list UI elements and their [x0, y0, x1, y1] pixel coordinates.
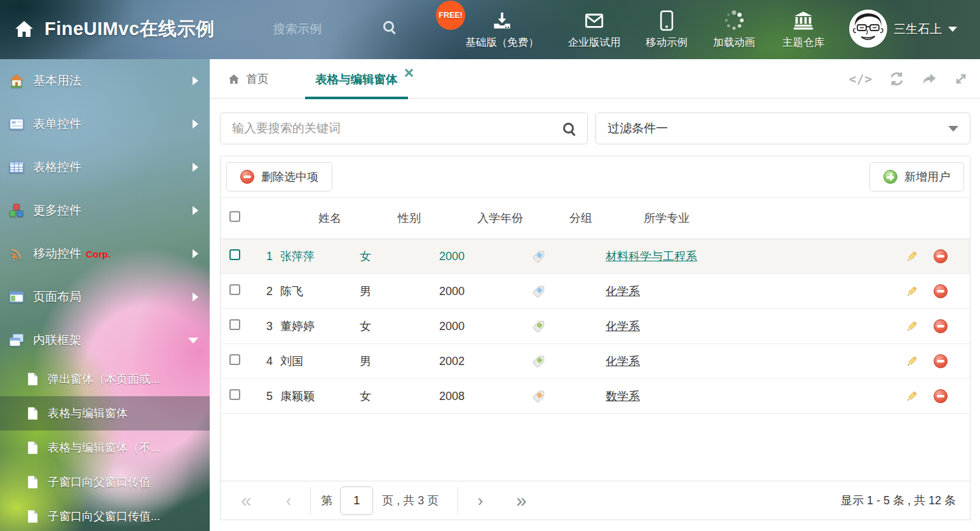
sidebar-subitem-grid-edit-window[interactable]: 表格与编辑窗体: [0, 396, 210, 431]
grid-toolbar: 删除选中项 新增用户: [221, 156, 970, 197]
row-checkbox[interactable]: [229, 354, 240, 365]
tab-tools: </>: [849, 59, 969, 99]
delete-icon[interactable]: [934, 354, 948, 368]
delete-icon[interactable]: [934, 284, 948, 298]
cell-year: 2000: [439, 320, 531, 333]
edit-icon[interactable]: [905, 320, 918, 333]
sidebar-item-inline-frames[interactable]: 内联框架: [0, 319, 210, 362]
sidebar-item-label: 内联框架: [33, 332, 81, 348]
sidebar-subitem-child-to-parent[interactable]: 子窗口向父窗口传值: [0, 465, 210, 499]
edit-icon[interactable]: [905, 285, 918, 298]
sidebar-subitem-grid-edit-window-2[interactable]: 表格与编辑窗体（不...: [0, 431, 210, 465]
row-checkbox[interactable]: [229, 284, 240, 295]
open-new-window-icon[interactable]: [921, 71, 937, 87]
pager-divider: [310, 486, 311, 514]
row-checkbox[interactable]: [229, 319, 240, 330]
nav-label: 企业版试用: [555, 36, 634, 50]
add-user-button[interactable]: 新增用户: [869, 162, 964, 191]
cell-name: 董婷婷: [280, 319, 360, 334]
cell-name: 康颖颖: [280, 389, 360, 404]
filter-value: 过滤条件一: [608, 120, 668, 137]
sidebar-item-more-controls[interactable]: 更多控件: [0, 189, 210, 232]
row-number: 4: [248, 355, 280, 368]
page-number-input[interactable]: [340, 486, 373, 515]
table-row[interactable]: 2 陈飞 男 2000 化学系: [221, 274, 970, 309]
cell-gender: 女: [360, 319, 439, 334]
expand-icon[interactable]: [953, 71, 969, 86]
sidebar-item-page-layout[interactable]: 页面布局: [0, 275, 210, 319]
edit-icon[interactable]: [905, 250, 918, 263]
table-icon: [9, 160, 24, 175]
table-row[interactable]: 4 刘国 男 2002 化学系: [221, 344, 970, 379]
sidebar-item-basic-usage[interactable]: 基本用法: [0, 59, 210, 102]
table-row[interactable]: 5 康颖颖 女 2008 数学系: [221, 379, 970, 414]
major-link[interactable]: 化学系: [606, 285, 640, 298]
home-icon[interactable]: [13, 19, 35, 42]
header-search-icon[interactable]: [383, 20, 396, 34]
table-row[interactable]: 3 董婷婷 女 2000 化学系: [221, 309, 970, 344]
prev-page-button[interactable]: ‹: [286, 492, 292, 509]
nav-enterprise-trial[interactable]: 企业版试用: [555, 8, 634, 50]
tab-strip: 首页 表格与编辑窗体 </>: [210, 59, 980, 99]
table-header: 姓名 性别 入学年份 分组 所学专业: [221, 197, 970, 239]
user-menu[interactable]: 三生石上: [894, 21, 957, 38]
row-checkbox[interactable]: [229, 249, 240, 260]
sidebar-subitem-label: 表格与编辑窗体（不...: [48, 440, 160, 455]
source-code-icon[interactable]: </>: [849, 72, 873, 86]
table-row[interactable]: 1 张萍萍 女 2000 材料科学与工程系: [221, 239, 970, 274]
major-link[interactable]: 化学系: [606, 355, 640, 368]
frames-icon: [9, 333, 24, 348]
nav-loading-animation[interactable]: 加载动画: [701, 8, 767, 50]
search-icon[interactable]: [562, 122, 576, 135]
edit-icon[interactable]: [905, 355, 918, 368]
next-page-button[interactable]: ›: [477, 492, 483, 509]
col-header-major[interactable]: 所学专业: [644, 210, 894, 226]
edit-icon[interactable]: [905, 390, 918, 403]
sidebar-item-mobile-controls[interactable]: 移动控件 Corp.: [0, 232, 210, 275]
nav-mobile-demo[interactable]: 移动示例: [634, 8, 700, 50]
last-page-button[interactable]: »: [516, 491, 527, 510]
close-icon[interactable]: [405, 66, 413, 80]
col-header-name[interactable]: 姓名: [318, 210, 398, 226]
row-checkbox[interactable]: [229, 389, 240, 400]
sidebar-item-label: 更多控件: [33, 202, 81, 219]
sidebar-item-label: 移动控件: [33, 245, 81, 262]
file-icon: [27, 441, 39, 455]
nav-label: 基础版（免费）: [455, 36, 549, 50]
sidebar-item-grid-controls[interactable]: 表格控件: [0, 146, 210, 189]
avatar[interactable]: [849, 10, 887, 48]
tab-home[interactable]: 首页: [228, 59, 269, 99]
first-page-button[interactable]: «: [241, 491, 252, 510]
col-header-year[interactable]: 入学年份: [477, 210, 569, 226]
delete-selected-button[interactable]: 删除选中项: [226, 162, 332, 191]
major-link[interactable]: 化学系: [606, 320, 640, 333]
pager-divider: [458, 486, 458, 514]
delete-icon[interactable]: [934, 249, 948, 263]
table-search-input[interactable]: [221, 113, 562, 144]
tab-grid-edit-window[interactable]: 表格与编辑窗体: [305, 59, 408, 99]
select-all-checkbox[interactable]: [229, 211, 240, 222]
major-link[interactable]: 材料科学与工程系: [606, 250, 697, 263]
sidebar-subitem-child-to-parent-2[interactable]: 子窗口向父窗口传值...: [0, 499, 210, 531]
delete-icon[interactable]: [934, 389, 948, 403]
file-icon: [27, 509, 39, 523]
sidebar: 基本用法 表单控件 表格控件 更多控件: [0, 59, 210, 531]
nav-basic-edition[interactable]: 基础版（免费）: [455, 8, 549, 50]
refresh-icon[interactable]: [888, 71, 905, 87]
sidebar-item-form-controls[interactable]: 表单控件: [0, 102, 210, 146]
nav-theme-store[interactable]: 主题仓库: [770, 8, 836, 50]
col-header-gender[interactable]: 性别: [398, 210, 477, 226]
sidebar-subitem-popup-window[interactable]: 弹出窗体（本页面或...: [0, 362, 210, 396]
sidebar-item-label: 基本用法: [33, 72, 81, 89]
delete-icon[interactable]: [934, 319, 948, 333]
cell-year: 2008: [439, 390, 531, 403]
header-search-input[interactable]: [273, 18, 374, 41]
tag-icon: [531, 284, 546, 299]
col-header-group[interactable]: 分组: [569, 210, 644, 226]
cell-name: 刘国: [280, 354, 360, 369]
cell-year: 2000: [439, 285, 531, 298]
major-link[interactable]: 数学系: [606, 390, 640, 403]
filter-dropdown[interactable]: 过滤条件一: [595, 113, 970, 144]
chevron-down-icon: [948, 126, 958, 132]
sidebar-subitem-label: 子窗口向父窗口传值: [48, 474, 151, 490]
